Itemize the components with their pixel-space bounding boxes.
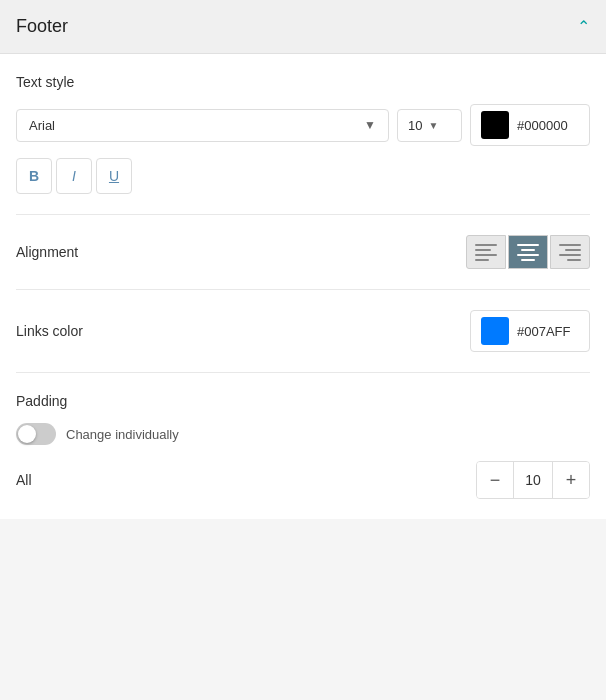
section-header[interactable]: Footer ⌃: [0, 0, 606, 54]
alignment-label: Alignment: [16, 244, 78, 260]
links-color-section: Links color #007AFF: [16, 290, 590, 373]
alignment-buttons: [466, 235, 590, 269]
font-row: Arial ▼ 10 ▼ #000000: [16, 104, 590, 146]
font-value: Arial: [29, 118, 55, 133]
padding-increase-button[interactable]: +: [553, 462, 589, 498]
text-color-swatch[interactable]: [481, 111, 509, 139]
links-color-label: Links color: [16, 323, 83, 339]
padding-section: Padding Change individually All − 10 +: [16, 373, 590, 519]
padding-label: Padding: [16, 393, 590, 409]
all-label: All: [16, 472, 32, 488]
align-center-button[interactable]: [508, 235, 548, 269]
font-size-value: 10: [408, 118, 422, 133]
section-content: Text style Arial ▼ 10 ▼ #000000 B I U: [0, 54, 606, 519]
text-color-field[interactable]: #000000: [470, 104, 590, 146]
toggle-label: Change individually: [66, 427, 179, 442]
size-chevron-icon: ▼: [428, 120, 438, 131]
links-color-hex: #007AFF: [517, 324, 570, 339]
links-color-swatch[interactable]: [481, 317, 509, 345]
alignment-row: Alignment: [16, 235, 590, 269]
italic-button[interactable]: I: [56, 158, 92, 194]
bold-button[interactable]: B: [16, 158, 52, 194]
format-buttons-row: B I U: [16, 158, 590, 194]
links-color-row: Links color #007AFF: [16, 310, 590, 352]
underline-button[interactable]: U: [96, 158, 132, 194]
all-padding-row: All − 10 +: [16, 461, 590, 499]
toggle-knob: [18, 425, 36, 443]
font-size-select[interactable]: 10 ▼: [397, 109, 462, 142]
font-select[interactable]: Arial ▼: [16, 109, 389, 142]
align-right-button[interactable]: [550, 235, 590, 269]
toggle-row: Change individually: [16, 423, 590, 445]
padding-decrease-button[interactable]: −: [477, 462, 513, 498]
text-style-section: Text style Arial ▼ 10 ▼ #000000 B I U: [16, 54, 590, 215]
align-left-button[interactable]: [466, 235, 506, 269]
padding-stepper: − 10 +: [476, 461, 590, 499]
collapse-icon[interactable]: ⌃: [577, 17, 590, 36]
section-title: Footer: [16, 16, 68, 37]
text-style-label: Text style: [16, 74, 590, 90]
text-color-hex: #000000: [517, 118, 568, 133]
change-individually-toggle[interactable]: [16, 423, 56, 445]
font-chevron-icon: ▼: [364, 118, 376, 132]
links-color-field[interactable]: #007AFF: [470, 310, 590, 352]
alignment-section: Alignment: [16, 215, 590, 290]
padding-value: 10: [513, 462, 553, 498]
